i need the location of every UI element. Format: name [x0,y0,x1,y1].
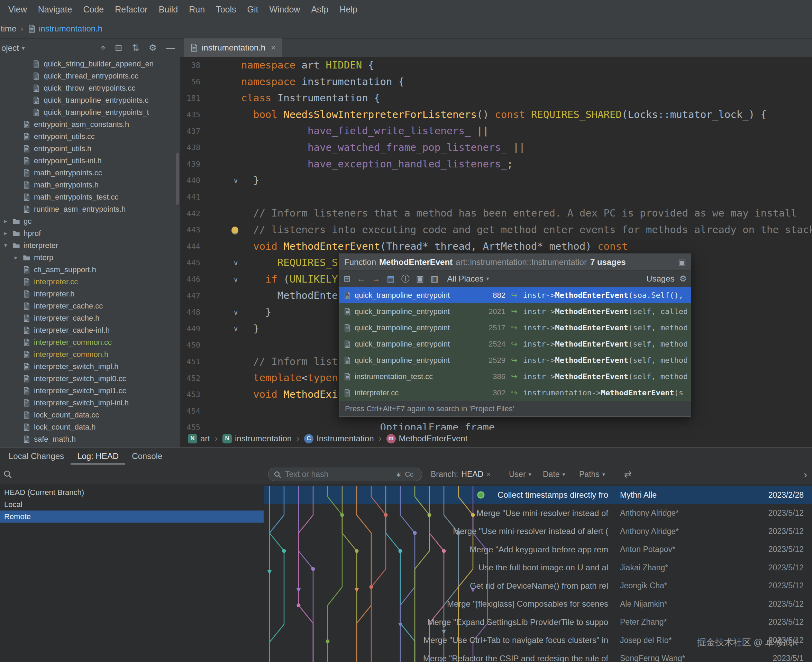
menu-refactor[interactable]: Refactor [109,5,153,14]
tree-item-runtime_asm_entrypoints.h[interactable]: runtime_asm_entrypoints.h [0,203,180,215]
breadcrumb-path[interactable]: time [1,24,16,34]
code-line-439[interactable]: 439 have_exception_handled_listeners_; [180,156,812,173]
regex-icon[interactable]: ∗ [396,471,402,479]
tree-item-math_entrypoints.cc[interactable]: math_entrypoints.cc [0,167,180,179]
commit-row[interactable]: Merge "Expand SettingsLib ProviderTile t… [264,613,812,631]
code-line-437[interactable]: 437 have_field_write_listeners_ || [180,123,812,140]
preview-icon[interactable]: ▣ [416,274,424,283]
tree-item-quick_throw_entrypoints.cc[interactable]: quick_throw_entrypoints.cc [0,82,180,94]
branch-item-head-current-branch-[interactable]: HEAD (Current Branch) [0,486,264,498]
menu-tools[interactable]: Tools [211,5,241,14]
fold-marker-icon[interactable]: ∨ [233,325,238,333]
tree-item-interpreter_switch_impl1.cc[interactable]: interpreter_switch_impl1.cc [0,385,180,397]
code-line-455[interactable]: 455 OptionalFrame frame [180,419,812,429]
open-in-tool-window-icon[interactable]: ▣ [678,257,686,267]
tree-item-interpreter[interactable]: ▾interpreter [0,239,180,251]
commit-row[interactable]: Merge "Use mini-resolver instead of aler… [264,522,812,541]
code-line-56[interactable]: 56namespace instrumentation { [180,74,812,90]
locate-icon[interactable]: ⌖ [100,43,106,53]
breadcrumb-MethodEnterEvent[interactable]: mMethodEnterEvent [386,434,468,443]
search-icon[interactable] [3,469,13,479]
tree-item-interpreter.cc[interactable]: interpreter.cc [0,276,180,288]
code-line-38[interactable]: 38namespace art HIDDEN { [180,57,812,74]
tree-item-math_entrypoints_test.cc[interactable]: math_entrypoints_test.cc [0,191,180,203]
tab-log-head[interactable]: Log: HEAD [71,448,125,464]
tree-item-entrypoint_utils.cc[interactable]: entrypoint_utils.cc [0,130,180,143]
branch-item-remote[interactable]: Remote [0,511,264,522]
tree-item-cfi_asm_support.h[interactable]: cfi_asm_support.h [0,264,180,276]
menu-window[interactable]: Window [264,5,306,14]
scrollbar-thumb[interactable] [176,153,179,205]
previous-usage-icon[interactable]: ← [357,274,365,283]
chevron-right-icon[interactable]: ▸ [14,254,23,261]
code-line-441[interactable]: 441 [180,189,812,206]
tree-item-quick_thread_entrypoints.cc[interactable]: quick_thread_entrypoints.cc [0,70,180,82]
tree-item-lock_count_data.h[interactable]: lock_count_data.h [0,421,180,433]
tree-item-math_entrypoints.h[interactable]: math_entrypoints.h [0,179,180,191]
tree-item-safe_math.h[interactable]: safe_math.h [0,433,180,445]
hide-panel-icon[interactable]: — [166,43,175,53]
code-line-440[interactable]: 440∨ } [180,172,812,189]
tab-local-changes[interactable]: Local Changes [2,448,71,464]
collapse-all-icon[interactable]: ⊟ [115,43,122,53]
commit-search-box[interactable]: ∗Cc [268,468,422,481]
settings-gear-icon[interactable]: ⚙ [679,274,687,284]
usage-row[interactable]: quick_trampoline_entrypoint882↪instr->Me… [339,287,691,303]
match-case-icon[interactable]: Cc [405,471,413,478]
tree-item-interpreter_cache.h[interactable]: interpreter_cache.h [0,312,180,324]
menu-asfp[interactable]: Asfp [306,5,334,14]
tab-console[interactable]: Console [125,448,169,464]
tree-item-lock_count_data.cc[interactable]: lock_count_data.cc [0,409,180,421]
fold-marker-icon[interactable]: ∨ [233,308,238,317]
tree-item-entrypoint_utils.h[interactable]: entrypoint_utils.h [0,143,180,154]
commit-row[interactable]: Collect timestamps directly froMythri Al… [264,486,812,504]
branch-item-local[interactable]: Local [0,498,264,511]
menu-view[interactable]: View [3,5,32,14]
commit-row[interactable]: Merge "[flexiglass] Composables for scen… [264,595,812,613]
menu-navigate[interactable]: Navigate [32,5,78,14]
breadcrumb-instrumentation[interactable]: Ninstrumentation [222,434,292,443]
usage-row[interactable]: quick_trampoline_entrypoint2529↪instr->M… [339,352,691,368]
tree-item-interpreter_common.h[interactable]: interpreter_common.h [0,348,180,360]
code-line-435[interactable]: 435 bool NeedsSlowInterpreterForListener… [180,106,812,123]
commit-row[interactable]: Merge "Add keyguard before app remAnton … [264,541,812,559]
tree-item-entrypoint_asm_constants.h[interactable]: entrypoint_asm_constants.h [0,118,180,130]
export-icon[interactable]: ▥ [430,274,438,283]
menu-git[interactable]: Git [242,5,264,14]
paths-filter[interactable]: Paths▾ [579,464,605,484]
tree-item-quick_string_builder_append_en[interactable]: quick_string_builder_append_en [0,58,180,70]
tree-item-interpreter_cache.cc[interactable]: interpreter_cache.cc [0,300,180,312]
scope-selector[interactable]: All Places ▾ [447,274,489,284]
date-filter[interactable]: Date▾ [543,464,565,484]
tree-item-quick_trampoline_entrypoints_t[interactable]: quick_trampoline_entrypoints_t [0,106,180,118]
tree-item-interpreter_switch_impl.h[interactable]: interpreter_switch_impl.h [0,360,180,373]
tab-instrumentation-h[interactable]: instrumentation.h × [184,39,282,57]
chevron-right-icon[interactable]: ▸ [4,218,13,225]
intention-bulb-icon[interactable] [232,227,238,233]
expand-collapse-icon[interactable]: ⇅ [132,43,140,53]
tree-item-mterp[interactable]: ▸mterp [0,251,180,264]
code-line-444[interactable]: 444 void MethodEnterEvent(Thread* thread… [180,238,812,255]
fold-marker-icon[interactable]: ∨ [233,275,238,284]
usage-row[interactable]: quick_trampoline_entrypoint2517↪instr->M… [339,320,691,336]
tree-item-interpreter_cache-inl.h[interactable]: interpreter_cache-inl.h [0,324,180,336]
user-filter[interactable]: User▾ [509,464,531,484]
intellisort-icon[interactable]: ⇄ [624,464,632,484]
settings-gear-icon[interactable]: ⚙ [149,43,157,53]
project-panel-title[interactable]: oject [2,43,19,53]
search-input[interactable] [285,470,392,479]
tree-item-interpreter_switch_impl-inl.h[interactable]: interpreter_switch_impl-inl.h [0,397,180,409]
chevron-right-icon[interactable]: ▸ [4,230,13,237]
tree-item-entrypoint_utils-inl.h[interactable]: entrypoint_utils-inl.h [0,154,180,167]
menu-help[interactable]: Help [334,5,363,14]
commit-row[interactable]: Merge "Use mini-resolver instead ofAntho… [264,504,812,522]
pin-icon[interactable]: ⊞ [344,274,351,283]
code-line-438[interactable]: 438 have_watched_frame_pop_listeners_ || [180,140,812,156]
chevron-down-icon[interactable]: ▾ [22,44,25,52]
code-line-443[interactable]: 443 // listeners into executing code and… [180,222,812,238]
tree-item-quick_trampoline_entrypoints.c[interactable]: quick_trampoline_entrypoints.c [0,94,180,106]
commit-row[interactable]: Use the full boot image on U and alJiaka… [264,559,812,577]
next-usage-icon[interactable]: → [372,274,380,283]
info-icon[interactable]: ⓘ [401,274,410,283]
code-line-442[interactable]: 442 // Inform listeners that a method ha… [180,205,812,222]
